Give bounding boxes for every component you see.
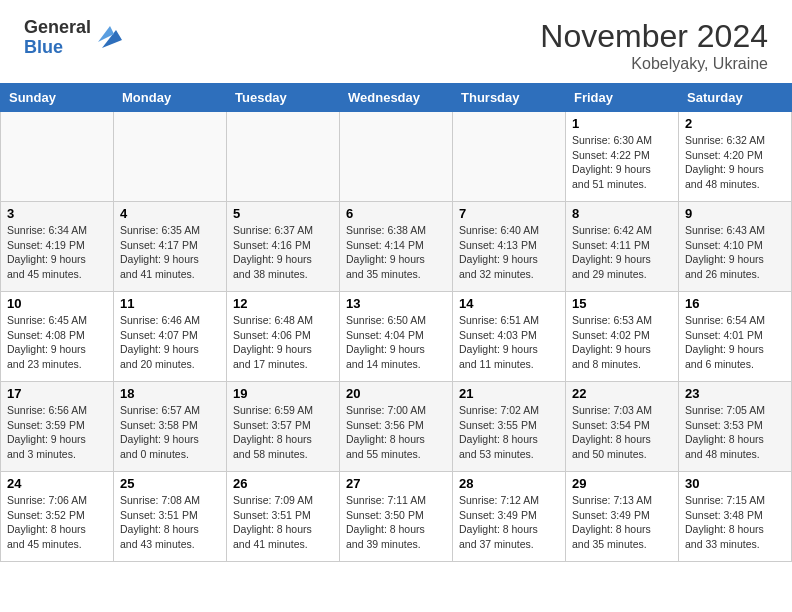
day-info: Sunrise: 6:32 AM Sunset: 4:20 PM Dayligh…: [685, 133, 785, 192]
day-info: Sunrise: 7:06 AM Sunset: 3:52 PM Dayligh…: [7, 493, 107, 552]
calendar-cell: 9Sunrise: 6:43 AM Sunset: 4:10 PM Daylig…: [679, 202, 792, 292]
calendar-cell: 3Sunrise: 6:34 AM Sunset: 4:19 PM Daylig…: [1, 202, 114, 292]
day-number: 21: [459, 386, 559, 401]
calendar-cell: 2Sunrise: 6:32 AM Sunset: 4:20 PM Daylig…: [679, 112, 792, 202]
calendar-cell: 24Sunrise: 7:06 AM Sunset: 3:52 PM Dayli…: [1, 472, 114, 562]
logo-general-text: General: [24, 18, 91, 38]
day-number: 14: [459, 296, 559, 311]
day-number: 17: [7, 386, 107, 401]
day-info: Sunrise: 7:08 AM Sunset: 3:51 PM Dayligh…: [120, 493, 220, 552]
day-number: 16: [685, 296, 785, 311]
logo-icon: [94, 20, 124, 50]
day-info: Sunrise: 7:02 AM Sunset: 3:55 PM Dayligh…: [459, 403, 559, 462]
day-number: 19: [233, 386, 333, 401]
day-info: Sunrise: 6:56 AM Sunset: 3:59 PM Dayligh…: [7, 403, 107, 462]
logo: General Blue: [24, 18, 124, 58]
calendar-cell: 25Sunrise: 7:08 AM Sunset: 3:51 PM Dayli…: [114, 472, 227, 562]
calendar-cell: 12Sunrise: 6:48 AM Sunset: 4:06 PM Dayli…: [227, 292, 340, 382]
day-number: 2: [685, 116, 785, 131]
day-info: Sunrise: 7:05 AM Sunset: 3:53 PM Dayligh…: [685, 403, 785, 462]
calendar-cell: 21Sunrise: 7:02 AM Sunset: 3:55 PM Dayli…: [453, 382, 566, 472]
calendar-cell: 17Sunrise: 6:56 AM Sunset: 3:59 PM Dayli…: [1, 382, 114, 472]
calendar-cell: 20Sunrise: 7:00 AM Sunset: 3:56 PM Dayli…: [340, 382, 453, 472]
calendar-cell: 18Sunrise: 6:57 AM Sunset: 3:58 PM Dayli…: [114, 382, 227, 472]
title-section: November 2024 Kobelyaky, Ukraine: [540, 18, 768, 73]
day-number: 26: [233, 476, 333, 491]
day-number: 5: [233, 206, 333, 221]
day-info: Sunrise: 6:37 AM Sunset: 4:16 PM Dayligh…: [233, 223, 333, 282]
calendar-cell: 11Sunrise: 6:46 AM Sunset: 4:07 PM Dayli…: [114, 292, 227, 382]
calendar-cell: 15Sunrise: 6:53 AM Sunset: 4:02 PM Dayli…: [566, 292, 679, 382]
week-row-4: 17Sunrise: 6:56 AM Sunset: 3:59 PM Dayli…: [1, 382, 792, 472]
col-sunday: Sunday: [1, 84, 114, 112]
col-wednesday: Wednesday: [340, 84, 453, 112]
col-saturday: Saturday: [679, 84, 792, 112]
calendar-cell: 29Sunrise: 7:13 AM Sunset: 3:49 PM Dayli…: [566, 472, 679, 562]
calendar-cell: 28Sunrise: 7:12 AM Sunset: 3:49 PM Dayli…: [453, 472, 566, 562]
calendar-cell: 10Sunrise: 6:45 AM Sunset: 4:08 PM Dayli…: [1, 292, 114, 382]
calendar-table: Sunday Monday Tuesday Wednesday Thursday…: [0, 83, 792, 562]
calendar-cell: 16Sunrise: 6:54 AM Sunset: 4:01 PM Dayli…: [679, 292, 792, 382]
calendar-cell: 1Sunrise: 6:30 AM Sunset: 4:22 PM Daylig…: [566, 112, 679, 202]
col-monday: Monday: [114, 84, 227, 112]
day-info: Sunrise: 6:57 AM Sunset: 3:58 PM Dayligh…: [120, 403, 220, 462]
day-number: 30: [685, 476, 785, 491]
day-info: Sunrise: 6:43 AM Sunset: 4:10 PM Dayligh…: [685, 223, 785, 282]
day-info: Sunrise: 6:54 AM Sunset: 4:01 PM Dayligh…: [685, 313, 785, 372]
day-number: 11: [120, 296, 220, 311]
week-row-5: 24Sunrise: 7:06 AM Sunset: 3:52 PM Dayli…: [1, 472, 792, 562]
calendar-cell: 19Sunrise: 6:59 AM Sunset: 3:57 PM Dayli…: [227, 382, 340, 472]
page-header: General Blue November 2024 Kobelyaky, Uk…: [0, 0, 792, 83]
calendar-header-row: Sunday Monday Tuesday Wednesday Thursday…: [1, 84, 792, 112]
day-number: 6: [346, 206, 446, 221]
calendar-cell: 7Sunrise: 6:40 AM Sunset: 4:13 PM Daylig…: [453, 202, 566, 292]
day-number: 13: [346, 296, 446, 311]
day-info: Sunrise: 7:00 AM Sunset: 3:56 PM Dayligh…: [346, 403, 446, 462]
day-info: Sunrise: 6:59 AM Sunset: 3:57 PM Dayligh…: [233, 403, 333, 462]
day-number: 8: [572, 206, 672, 221]
day-info: Sunrise: 6:50 AM Sunset: 4:04 PM Dayligh…: [346, 313, 446, 372]
day-number: 27: [346, 476, 446, 491]
calendar-cell: 30Sunrise: 7:15 AM Sunset: 3:48 PM Dayli…: [679, 472, 792, 562]
day-number: 18: [120, 386, 220, 401]
col-thursday: Thursday: [453, 84, 566, 112]
day-info: Sunrise: 6:42 AM Sunset: 4:11 PM Dayligh…: [572, 223, 672, 282]
day-info: Sunrise: 6:51 AM Sunset: 4:03 PM Dayligh…: [459, 313, 559, 372]
day-info: Sunrise: 6:48 AM Sunset: 4:06 PM Dayligh…: [233, 313, 333, 372]
day-number: 1: [572, 116, 672, 131]
calendar-cell: 5Sunrise: 6:37 AM Sunset: 4:16 PM Daylig…: [227, 202, 340, 292]
calendar-cell: 13Sunrise: 6:50 AM Sunset: 4:04 PM Dayli…: [340, 292, 453, 382]
calendar-cell: [114, 112, 227, 202]
day-info: Sunrise: 6:53 AM Sunset: 4:02 PM Dayligh…: [572, 313, 672, 372]
logo-blue-text: Blue: [24, 38, 91, 58]
day-number: 28: [459, 476, 559, 491]
day-number: 24: [7, 476, 107, 491]
day-number: 7: [459, 206, 559, 221]
col-friday: Friday: [566, 84, 679, 112]
day-info: Sunrise: 7:11 AM Sunset: 3:50 PM Dayligh…: [346, 493, 446, 552]
calendar-cell: 26Sunrise: 7:09 AM Sunset: 3:51 PM Dayli…: [227, 472, 340, 562]
day-info: Sunrise: 6:45 AM Sunset: 4:08 PM Dayligh…: [7, 313, 107, 372]
day-info: Sunrise: 7:15 AM Sunset: 3:48 PM Dayligh…: [685, 493, 785, 552]
day-number: 29: [572, 476, 672, 491]
week-row-1: 1Sunrise: 6:30 AM Sunset: 4:22 PM Daylig…: [1, 112, 792, 202]
calendar-cell: [227, 112, 340, 202]
day-number: 22: [572, 386, 672, 401]
day-number: 10: [7, 296, 107, 311]
calendar-cell: 27Sunrise: 7:11 AM Sunset: 3:50 PM Dayli…: [340, 472, 453, 562]
day-number: 25: [120, 476, 220, 491]
day-number: 4: [120, 206, 220, 221]
day-info: Sunrise: 6:40 AM Sunset: 4:13 PM Dayligh…: [459, 223, 559, 282]
day-info: Sunrise: 7:12 AM Sunset: 3:49 PM Dayligh…: [459, 493, 559, 552]
week-row-2: 3Sunrise: 6:34 AM Sunset: 4:19 PM Daylig…: [1, 202, 792, 292]
calendar-cell: [1, 112, 114, 202]
calendar-cell: 4Sunrise: 6:35 AM Sunset: 4:17 PM Daylig…: [114, 202, 227, 292]
day-info: Sunrise: 6:35 AM Sunset: 4:17 PM Dayligh…: [120, 223, 220, 282]
day-info: Sunrise: 7:03 AM Sunset: 3:54 PM Dayligh…: [572, 403, 672, 462]
calendar-cell: [453, 112, 566, 202]
day-number: 20: [346, 386, 446, 401]
location-subtitle: Kobelyaky, Ukraine: [540, 55, 768, 73]
day-info: Sunrise: 7:13 AM Sunset: 3:49 PM Dayligh…: [572, 493, 672, 552]
day-number: 12: [233, 296, 333, 311]
calendar-cell: 23Sunrise: 7:05 AM Sunset: 3:53 PM Dayli…: [679, 382, 792, 472]
